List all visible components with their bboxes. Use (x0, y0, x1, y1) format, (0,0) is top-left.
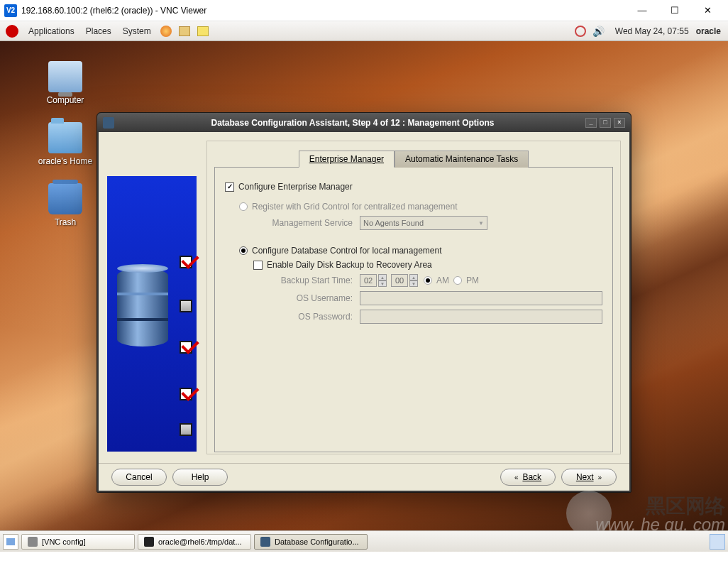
taskbar-item-dbca[interactable]: Database Configuratio... (254, 534, 368, 550)
spin-down-icon: ▼ (378, 280, 387, 287)
taskbar-item-label: oracle@rhel6:/tmp/dat... (158, 537, 242, 546)
spin-up-icon: ▲ (378, 274, 387, 280)
gnome-top-panel: Applications Places System 🔊 Wed May 24,… (0, 21, 728, 41)
trash-icon (48, 183, 82, 214)
backup-time-label: Backup Start Time: (253, 275, 360, 285)
step-checkbox-icon (180, 341, 192, 354)
spin-down-icon: ▼ (409, 280, 418, 287)
daily-backup-checkbox[interactable] (253, 261, 263, 270)
watermark: 黑区网络 www. he qu. com (595, 496, 725, 533)
backup-hour-spinner: ▲▼ (360, 274, 387, 287)
taskbar-item-vnc-config[interactable]: [VNC config] (21, 534, 135, 550)
dbca-footer: Cancel Help « Back Next » (99, 463, 629, 491)
dbca-titlebar[interactable]: Database Configuration Assistant, Step 4… (97, 113, 631, 132)
terminal-icon (144, 537, 154, 547)
folder-icon (48, 122, 82, 153)
daily-backup-label: Enable Daily Disk Backup to Recovery Are… (267, 260, 432, 270)
dbca-window: Database Configuration Assistant, Step 4… (96, 112, 632, 493)
mgmt-service-label: Management Service (253, 218, 360, 228)
show-desktop-icon (6, 538, 15, 545)
next-button[interactable]: Next » (561, 469, 617, 486)
am-radio (424, 276, 432, 285)
help-button[interactable]: Help (172, 469, 228, 486)
chevron-left-icon: « (514, 474, 519, 481)
desktop-icon-computer[interactable]: Computer (30, 61, 101, 105)
configure-em-label: Configure Enterprise Manager (238, 182, 353, 192)
desktop-icon-label: Trash (30, 217, 101, 227)
backup-min-input (391, 274, 408, 287)
step-checkbox-icon (180, 300, 192, 312)
desktop-background[interactable]: Computer oracle's Home Trash Database Co… (0, 41, 728, 552)
dbca-content-panel: Enterprise Manager Automatic Maintenance… (206, 141, 621, 454)
watermark-chinese: 黑区网络 (595, 496, 725, 516)
cancel-button[interactable]: Cancel (111, 469, 167, 486)
vnc-window-titlebar: V2 192.168.60.100:2 (rhel6:2 (oracle)) -… (0, 0, 728, 21)
file-manager-icon[interactable] (177, 24, 192, 38)
am-label: AM (436, 275, 449, 285)
computer-icon (48, 61, 82, 92)
dbca-app-icon (103, 117, 114, 129)
backup-min-spinner: ▲▼ (391, 274, 418, 287)
db-control-radio[interactable] (239, 246, 248, 255)
pm-radio (453, 276, 462, 285)
spin-up-icon: ▲ (409, 274, 418, 280)
desktop-icon-label: Computer (30, 95, 101, 105)
chevron-right-icon: » (598, 474, 602, 481)
menu-system[interactable]: System (117, 26, 157, 36)
minimize-button[interactable]: — (626, 0, 658, 21)
register-grid-radio (239, 202, 248, 211)
window-icon (28, 537, 38, 547)
next-label: Next (576, 472, 594, 482)
firefox-icon[interactable] (159, 24, 173, 38)
dbca-close-button[interactable]: × (614, 118, 625, 128)
panel-clock[interactable]: Wed May 24, 07:55 (615, 26, 689, 36)
panel-user[interactable]: oracle (696, 26, 721, 36)
step-checkbox-icon (180, 388, 192, 400)
tab-auto-maintenance[interactable]: Automatic Maintenance Tasks (395, 151, 529, 168)
desktop-icon-label: oracle's Home (30, 156, 101, 166)
desktop-icon-trash[interactable]: Trash (30, 183, 101, 227)
os-username-label: OS Username: (253, 293, 360, 303)
dbca-icon (260, 537, 270, 547)
db-control-label: Configure Database Control for local man… (252, 246, 441, 256)
backup-hour-input (360, 274, 377, 287)
os-password-input (360, 310, 602, 324)
maximize-button[interactable]: ☐ (658, 0, 691, 21)
dbca-title-text: Database Configuration Assistant, Step 4… (120, 118, 585, 128)
register-grid-label: Register with Grid Control for centraliz… (252, 202, 457, 212)
mgmt-service-value: No Agents Found (363, 219, 424, 227)
pm-label: PM (466, 275, 479, 285)
os-password-label: OS Password: (253, 312, 360, 322)
workspace-switcher[interactable] (710, 534, 725, 550)
step-checkbox-icon (180, 423, 192, 436)
redhat-icon[interactable] (6, 25, 18, 38)
gnome-bottom-panel: [VNC config] oracle@rhel6:/tmp/dat... Da… (0, 530, 728, 552)
menu-applications[interactable]: Applications (23, 26, 80, 36)
tab-enterprise-manager[interactable]: Enterprise Manager (299, 151, 395, 168)
vnc-window-title: 192.168.60.100:2 (rhel6:2 (oracle)) - VN… (21, 6, 626, 16)
back-label: Back (522, 472, 541, 482)
taskbar-item-terminal[interactable]: oracle@rhel6:/tmp/dat... (138, 534, 251, 550)
mgmt-service-combo: No Agents Found ▼ (360, 216, 487, 230)
dbca-maximize-button[interactable]: □ (600, 118, 611, 128)
close-button[interactable]: ✕ (691, 0, 724, 21)
back-button[interactable]: « Back (500, 469, 556, 486)
volume-icon[interactable]: 🔊 (592, 24, 606, 38)
desktop-icon-home[interactable]: oracle's Home (30, 122, 101, 166)
configure-em-checkbox[interactable] (225, 182, 234, 192)
dbca-minimize-button[interactable]: _ (585, 118, 597, 128)
tab-panel-em: Configure Enterprise Manager Register wi… (214, 167, 613, 452)
watermark-logo-icon (566, 491, 612, 536)
menu-places[interactable]: Places (80, 26, 117, 36)
notes-icon[interactable] (196, 24, 210, 38)
taskbar-item-label: [VNC config] (42, 537, 86, 546)
cpu-meter-icon[interactable] (573, 24, 588, 38)
database-cylinder-icon (117, 268, 168, 346)
dbca-side-panel (107, 176, 197, 452)
vnc-logo-icon: V2 (4, 4, 17, 17)
show-desktop-button[interactable] (3, 534, 18, 550)
os-username-input (360, 291, 602, 305)
chevron-down-icon: ▼ (478, 220, 484, 227)
step-checkbox-icon (180, 256, 192, 268)
taskbar-item-label: Database Configuratio... (275, 537, 359, 546)
